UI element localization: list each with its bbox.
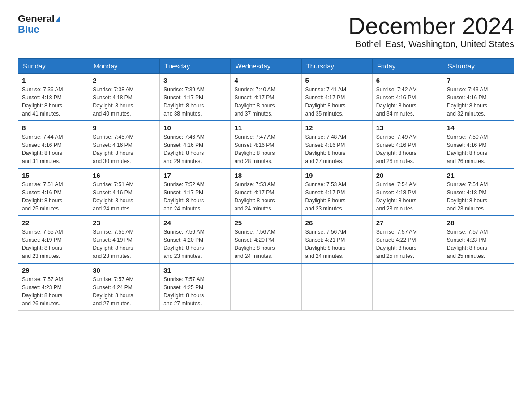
day-info: Sunrise: 7:57 AMSunset: 4:23 PMDaylight:… [447,228,510,260]
calendar-day-cell: 30Sunrise: 7:57 AMSunset: 4:24 PMDayligh… [89,263,160,311]
day-number: 12 [305,124,369,132]
calendar-day-cell: 29Sunrise: 7:57 AMSunset: 4:23 PMDayligh… [18,263,89,311]
calendar-day-cell: 5Sunrise: 7:41 AMSunset: 4:17 PMDaylight… [301,74,372,121]
day-number: 19 [305,171,369,179]
day-info: Sunrise: 7:48 AMSunset: 4:16 PMDaylight:… [305,133,369,165]
day-number: 25 [234,219,297,227]
day-number: 31 [163,266,227,274]
day-info: Sunrise: 7:50 AMSunset: 4:16 PMDaylight:… [447,133,510,165]
day-number: 16 [93,171,156,179]
calendar-week-row: 15Sunrise: 7:51 AMSunset: 4:16 PMDayligh… [18,168,514,216]
day-info: Sunrise: 7:36 AMSunset: 4:18 PMDaylight:… [22,86,85,118]
day-info: Sunrise: 7:52 AMSunset: 4:17 PMDaylight:… [163,180,227,213]
day-info: Sunrise: 7:39 AMSunset: 4:17 PMDaylight:… [163,86,227,118]
day-info: Sunrise: 7:49 AMSunset: 4:16 PMDaylight:… [376,133,439,165]
calendar-day-cell: 12Sunrise: 7:48 AMSunset: 4:16 PMDayligh… [301,121,372,168]
day-info: Sunrise: 7:53 AMSunset: 4:17 PMDaylight:… [305,180,369,213]
calendar-week-row: 29Sunrise: 7:57 AMSunset: 4:23 PMDayligh… [18,263,514,311]
day-number: 13 [376,124,439,132]
calendar-week-row: 22Sunrise: 7:55 AMSunset: 4:19 PMDayligh… [18,216,514,263]
page-header: General Blue December 2024 Bothell East,… [18,13,514,49]
logo-triangle-icon [56,16,60,22]
day-number: 2 [93,77,156,84]
day-number: 5 [305,77,369,84]
day-number: 23 [93,219,156,227]
logo-area: General Blue [18,13,60,35]
weekday-header-wednesday: Wednesday [231,59,301,74]
weekday-header-saturday: Saturday [443,59,514,74]
day-info: Sunrise: 7:57 AMSunset: 4:23 PMDaylight:… [22,275,85,308]
calendar-week-row: 8Sunrise: 7:44 AMSunset: 4:16 PMDaylight… [18,121,514,168]
day-number: 30 [93,266,156,274]
calendar-day-cell: 1Sunrise: 7:36 AMSunset: 4:18 PMDaylight… [18,74,89,121]
weekday-header-tuesday: Tuesday [160,59,231,74]
day-info: Sunrise: 7:38 AMSunset: 4:18 PMDaylight:… [93,86,156,118]
calendar-day-cell: 3Sunrise: 7:39 AMSunset: 4:17 PMDaylight… [160,74,231,121]
logo: General Blue [18,13,60,35]
day-info: Sunrise: 7:45 AMSunset: 4:16 PMDaylight:… [93,133,156,165]
calendar-table: SundayMondayTuesdayWednesdayThursdayFrid… [18,58,514,311]
calendar-day-cell: 2Sunrise: 7:38 AMSunset: 4:18 PMDaylight… [89,74,160,121]
weekday-header-sunday: Sunday [18,59,89,74]
calendar-day-cell: 26Sunrise: 7:56 AMSunset: 4:21 PMDayligh… [301,216,372,263]
day-number: 17 [163,171,227,179]
day-info: Sunrise: 7:43 AMSunset: 4:16 PMDaylight:… [447,86,510,118]
location-title: Bothell East, Washington, United States [348,39,514,49]
day-info: Sunrise: 7:51 AMSunset: 4:16 PMDaylight:… [22,180,85,213]
weekday-header-friday: Friday [372,59,443,74]
weekday-header-thursday: Thursday [301,59,372,74]
calendar-day-cell: 24Sunrise: 7:56 AMSunset: 4:20 PMDayligh… [160,216,231,263]
calendar-day-cell: 25Sunrise: 7:56 AMSunset: 4:20 PMDayligh… [231,216,301,263]
day-number: 27 [376,219,439,227]
day-info: Sunrise: 7:57 AMSunset: 4:22 PMDaylight:… [376,228,439,260]
calendar-day-cell: 28Sunrise: 7:57 AMSunset: 4:23 PMDayligh… [443,216,514,263]
calendar-day-cell: 31Sunrise: 7:57 AMSunset: 4:25 PMDayligh… [160,263,231,311]
day-info: Sunrise: 7:54 AMSunset: 4:18 PMDaylight:… [447,180,510,213]
day-number: 7 [447,77,510,84]
calendar-day-cell: 18Sunrise: 7:53 AMSunset: 4:17 PMDayligh… [231,168,301,216]
weekday-header-monday: Monday [89,59,160,74]
calendar-day-cell: 11Sunrise: 7:47 AMSunset: 4:16 PMDayligh… [231,121,301,168]
day-number: 24 [163,219,227,227]
calendar-day-cell: 10Sunrise: 7:46 AMSunset: 4:16 PMDayligh… [160,121,231,168]
calendar-day-cell: 17Sunrise: 7:52 AMSunset: 4:17 PMDayligh… [160,168,231,216]
day-number: 9 [93,124,156,132]
day-number: 28 [447,219,510,227]
day-info: Sunrise: 7:54 AMSunset: 4:18 PMDaylight:… [376,180,439,213]
month-title: December 2024 [348,13,514,39]
day-number: 11 [234,124,297,132]
day-number: 1 [22,77,85,84]
day-info: Sunrise: 7:57 AMSunset: 4:24 PMDaylight:… [93,275,156,308]
day-info: Sunrise: 7:41 AMSunset: 4:17 PMDaylight:… [305,86,369,118]
day-number: 26 [305,219,369,227]
day-info: Sunrise: 7:51 AMSunset: 4:16 PMDaylight:… [93,180,156,213]
calendar-day-cell: 13Sunrise: 7:49 AMSunset: 4:16 PMDayligh… [372,121,443,168]
calendar-week-row: 1Sunrise: 7:36 AMSunset: 4:18 PMDaylight… [18,74,514,121]
day-info: Sunrise: 7:56 AMSunset: 4:20 PMDaylight:… [234,228,297,260]
calendar-day-cell: 21Sunrise: 7:54 AMSunset: 4:18 PMDayligh… [443,168,514,216]
calendar-day-cell: 20Sunrise: 7:54 AMSunset: 4:18 PMDayligh… [372,168,443,216]
day-number: 15 [22,171,85,179]
calendar-day-cell: 15Sunrise: 7:51 AMSunset: 4:16 PMDayligh… [18,168,89,216]
day-info: Sunrise: 7:40 AMSunset: 4:17 PMDaylight:… [234,86,297,118]
day-number: 14 [447,124,510,132]
calendar-day-cell: 19Sunrise: 7:53 AMSunset: 4:17 PMDayligh… [301,168,372,216]
day-number: 18 [234,171,297,179]
calendar-day-cell: 4Sunrise: 7:40 AMSunset: 4:17 PMDaylight… [231,74,301,121]
calendar-day-cell: 23Sunrise: 7:55 AMSunset: 4:19 PMDayligh… [89,216,160,263]
title-area: December 2024 Bothell East, Washington, … [348,13,514,49]
day-number: 4 [234,77,297,84]
day-number: 8 [22,124,85,132]
calendar-day-cell: 8Sunrise: 7:44 AMSunset: 4:16 PMDaylight… [18,121,89,168]
day-info: Sunrise: 7:55 AMSunset: 4:19 PMDaylight:… [93,228,156,260]
day-number: 6 [376,77,439,84]
day-number: 10 [163,124,227,132]
day-info: Sunrise: 7:53 AMSunset: 4:17 PMDaylight:… [234,180,297,213]
day-info: Sunrise: 7:57 AMSunset: 4:25 PMDaylight:… [163,275,227,308]
calendar-day-cell: 16Sunrise: 7:51 AMSunset: 4:16 PMDayligh… [89,168,160,216]
day-info: Sunrise: 7:42 AMSunset: 4:16 PMDaylight:… [376,86,439,118]
calendar-day-cell: 27Sunrise: 7:57 AMSunset: 4:22 PMDayligh… [372,216,443,263]
day-info: Sunrise: 7:56 AMSunset: 4:20 PMDaylight:… [163,228,227,260]
day-number: 20 [376,171,439,179]
day-number: 21 [447,171,510,179]
